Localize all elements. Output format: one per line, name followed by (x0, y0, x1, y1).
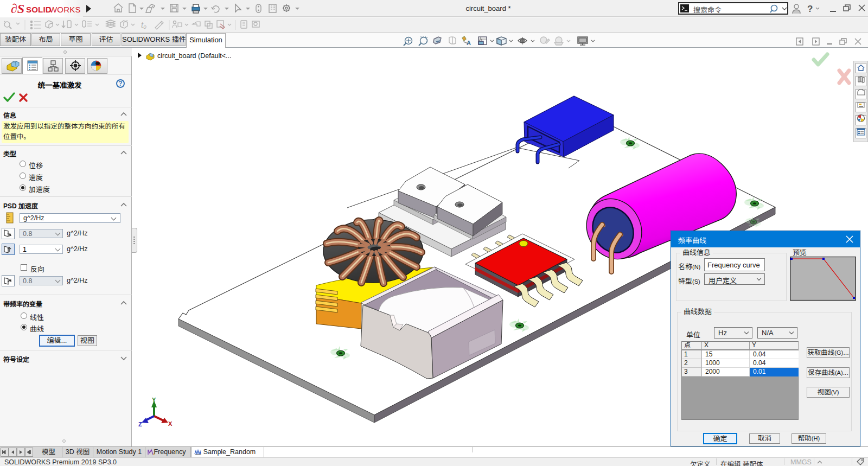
svg-text:WORKS: WORKS (49, 5, 81, 14)
svg-text:Y: Y (152, 397, 156, 403)
svg-text:?: ? (807, 4, 813, 14)
svg-text:A: A (467, 40, 471, 46)
svg-text:∂S: ∂S (11, 2, 24, 16)
svg-text:SOLID: SOLID (26, 5, 52, 14)
svg-text:X: X (168, 420, 173, 427)
svg-text:t₀: t₀ (141, 21, 146, 29)
svg-text:circuit_board (Default<...: circuit_board (Default<... (157, 52, 232, 60)
svg-text:Z: Z (138, 421, 142, 427)
